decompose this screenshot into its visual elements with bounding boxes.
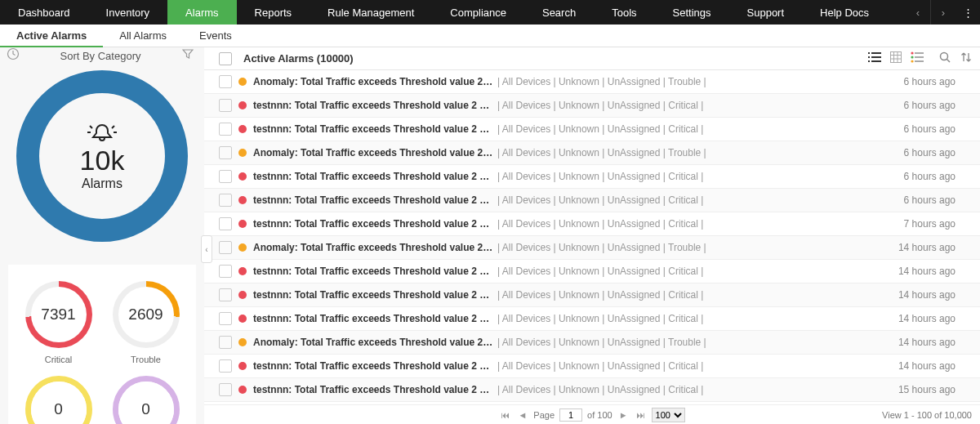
row-checkbox[interactable] — [219, 99, 232, 112]
svg-point-12 — [911, 51, 913, 54]
severity-value: 2609 — [128, 306, 163, 324]
nav-compliance[interactable]: Compliance — [432, 0, 524, 25]
sort-by-label[interactable]: Sort By Category — [23, 50, 178, 62]
select-all-checkbox[interactable] — [219, 52, 232, 65]
view-list-icon[interactable] — [866, 51, 884, 65]
alarm-row[interactable]: testnnn: Total Traffic exceeds Threshold… — [204, 189, 980, 212]
clock-icon[interactable] — [3, 47, 23, 64]
alarm-row[interactable]: testnnn: Total Traffic exceeds Threshold… — [204, 260, 980, 283]
alarm-meta: | All Devices | Unknown | UnAssigned | C… — [497, 289, 703, 301]
nav-inventory[interactable]: Inventory — [88, 0, 167, 25]
alarm-row[interactable]: testnnn: Total Traffic exceeds Threshold… — [204, 94, 980, 118]
alarm-row[interactable]: Anomaly: Total Traffic exceeds Threshold… — [204, 331, 980, 355]
alarm-message: testnnn: Total Traffic exceeds Threshold… — [253, 289, 494, 301]
tab-events[interactable]: Events — [183, 25, 248, 47]
nav-alarms[interactable]: Alarms — [167, 0, 236, 25]
alarm-meta: | All Devices | Unknown | UnAssigned | C… — [497, 123, 703, 135]
tab-active-alarms[interactable]: Active Alarms — [0, 25, 103, 47]
alarm-message: testnnn: Total Traffic exceeds Threshold… — [253, 123, 494, 135]
view-grid-icon[interactable] — [887, 51, 905, 65]
row-checkbox[interactable] — [219, 217, 232, 230]
pager-page-input[interactable] — [559, 408, 582, 422]
alarm-message: Anomaly: Total Traffic exceeds Threshold… — [253, 242, 494, 253]
alarm-row[interactable]: testnnn: Total Traffic exceeds Threshold… — [204, 212, 980, 236]
nav-support[interactable]: Support — [729, 0, 803, 25]
severity-dot-icon — [238, 78, 247, 86]
row-checkbox[interactable] — [219, 123, 232, 136]
alarm-row[interactable]: testnnn: Total Traffic exceeds Threshold… — [204, 118, 980, 141]
filter-icon[interactable] — [178, 48, 198, 63]
severity-dot-icon — [238, 315, 247, 323]
severity-card-trouble[interactable]: 2609Trouble — [113, 281, 180, 364]
search-icon[interactable] — [936, 51, 954, 65]
pager-first[interactable]: ⏮ — [499, 410, 511, 420]
alarm-row[interactable]: Anomaly: Total Traffic exceeds Threshold… — [204, 236, 980, 260]
row-checkbox[interactable] — [219, 194, 232, 207]
main-panel: Active Alarms (10000) Anomaly: Total Tra… — [204, 47, 980, 424]
severity-label: Critical — [25, 355, 92, 364]
sidebar-collapse-handle[interactable]: ‹ — [201, 235, 212, 263]
severity-card-extra-0[interactable]: 0 — [25, 376, 92, 424]
pager: ⏮ ◄ Page of 100 ► ⏭ 100 View 1 - 100 of … — [204, 404, 980, 424]
severity-label: Trouble — [113, 355, 180, 364]
alarm-row[interactable]: Anomaly: Total Traffic exceeds Threshold… — [204, 70, 980, 94]
total-alarms-donut[interactable]: 10k Alarms — [0, 70, 204, 242]
severity-dot-icon — [238, 243, 247, 252]
alarm-message: Anomaly: Total Traffic exceeds Threshold… — [253, 147, 494, 158]
nav-search[interactable]: Search — [524, 0, 594, 25]
nav-rule-management[interactable]: Rule Management — [310, 0, 432, 25]
view-color-list-icon[interactable] — [908, 51, 926, 65]
row-checkbox[interactable] — [219, 265, 232, 278]
alarm-row[interactable]: testnnn: Total Traffic exceeds Threshold… — [204, 378, 980, 402]
alarm-meta: | All Devices | Unknown | UnAssigned | T… — [497, 147, 706, 158]
row-checkbox[interactable] — [219, 288, 232, 301]
alarm-time: 15 hours ago — [898, 384, 956, 395]
pager-page-size[interactable]: 100 — [652, 408, 685, 422]
alarm-meta: | All Devices | Unknown | UnAssigned | C… — [497, 194, 703, 206]
pager-next[interactable]: ► — [617, 410, 630, 420]
row-checkbox[interactable] — [219, 170, 232, 183]
row-checkbox[interactable] — [219, 383, 232, 396]
severity-dot-icon — [238, 220, 247, 228]
severity-dot-icon — [238, 291, 247, 299]
nav-settings[interactable]: Settings — [655, 0, 729, 25]
severity-dot-icon — [238, 101, 247, 109]
alarm-time: 14 hours ago — [898, 289, 956, 301]
pager-of-label: of 100 — [587, 410, 612, 420]
alarm-row[interactable]: testnnn: Total Traffic exceeds Threshold… — [204, 165, 980, 189]
alarm-time: 6 hours ago — [904, 194, 956, 206]
row-checkbox[interactable] — [219, 336, 232, 349]
nav-reports[interactable]: Reports — [237, 0, 310, 25]
alarm-time: 6 hours ago — [904, 76, 956, 87]
nav-arrow-left[interactable]: ‹ — [906, 0, 930, 25]
row-checkbox[interactable] — [219, 359, 232, 373]
severity-card-critical[interactable]: 7391Critical — [25, 281, 92, 364]
nav-arrow-right[interactable]: › — [931, 0, 956, 25]
pager-page-label: Page — [533, 410, 555, 420]
row-checkbox[interactable] — [219, 312, 232, 325]
sort-icon[interactable] — [957, 51, 975, 65]
severity-dot-icon — [238, 125, 247, 133]
alarm-message: Anomaly: Total Traffic exceeds Threshold… — [253, 76, 494, 87]
alarm-time: 6 hours ago — [904, 147, 956, 158]
alarm-row[interactable]: testnnn: Total Traffic exceeds Threshold… — [204, 307, 980, 331]
row-checkbox[interactable] — [219, 75, 232, 88]
severity-value: 0 — [54, 400, 63, 418]
alarms-list[interactable]: Anomaly: Total Traffic exceeds Threshold… — [204, 70, 980, 404]
overflow-menu-icon[interactable]: ⋮ — [956, 0, 980, 25]
tab-all-alarms[interactable]: All Alarms — [103, 25, 183, 47]
alarm-time: 6 hours ago — [904, 171, 956, 182]
alarm-row[interactable]: testnnn: Total Traffic exceeds Threshold… — [204, 283, 980, 307]
pager-last[interactable]: ⏭ — [635, 410, 647, 420]
row-checkbox[interactable] — [219, 146, 232, 159]
nav-tools[interactable]: Tools — [594, 0, 654, 25]
severity-value: 7391 — [41, 306, 75, 324]
nav-help-docs[interactable]: Help Docs — [802, 0, 887, 25]
alarm-row[interactable]: Anomaly: Total Traffic exceeds Threshold… — [204, 141, 980, 165]
row-checkbox[interactable] — [219, 241, 232, 254]
alarm-row[interactable]: testnnn: Total Traffic exceeds Threshold… — [204, 355, 980, 378]
nav-dashboard[interactable]: Dashboard — [0, 0, 88, 25]
severity-card-extra-1[interactable]: 0 — [113, 376, 180, 424]
pager-prev[interactable]: ◄ — [516, 410, 528, 420]
alarm-message: testnnn: Total Traffic exceeds Threshold… — [253, 218, 494, 230]
